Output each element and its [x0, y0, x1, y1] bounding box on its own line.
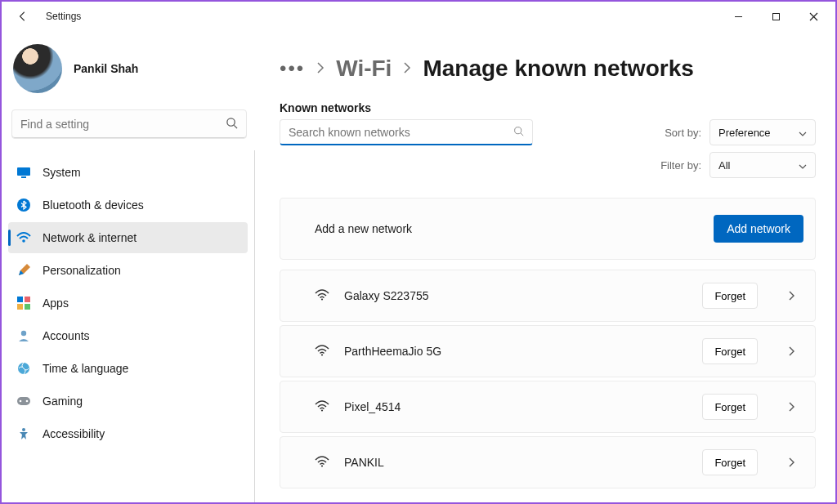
svg-point-16	[26, 400, 29, 403]
chevron-right-icon[interactable]	[781, 291, 803, 301]
network-name: PANKIL	[344, 456, 384, 469]
nav-item-personalization[interactable]: Personalization	[8, 255, 248, 286]
system-icon	[16, 165, 31, 180]
add-network-card: Add a new network Add network	[280, 198, 816, 260]
maximize-button[interactable]	[757, 3, 794, 29]
title-bar: Settings	[2, 2, 835, 31]
nav-item-network[interactable]: Network & internet	[8, 222, 248, 253]
svg-point-17	[22, 428, 25, 431]
add-network-label: Add a new network	[315, 222, 412, 235]
network-search-input[interactable]	[289, 126, 507, 139]
svg-point-2	[227, 118, 235, 126]
personalization-icon	[16, 263, 31, 278]
nav-item-accessibility[interactable]: Accessibility	[8, 418, 248, 449]
close-button[interactable]	[794, 3, 832, 29]
chevron-right-icon[interactable]	[781, 346, 803, 356]
sort-by-dropdown[interactable]: Preference	[709, 119, 816, 145]
chevron-down-icon	[799, 159, 807, 172]
forget-button[interactable]: Forget	[702, 338, 758, 364]
svg-point-22	[321, 409, 323, 411]
forget-button[interactable]: Forget	[702, 449, 758, 475]
settings-search[interactable]	[11, 109, 247, 139]
nav-item-time[interactable]: Time & language	[8, 353, 248, 384]
nav-item-accounts[interactable]: Accounts	[8, 320, 248, 351]
search-icon	[513, 126, 524, 139]
svg-rect-4	[17, 167, 30, 176]
network-name: Galaxy S223755	[344, 289, 429, 302]
svg-point-7	[22, 239, 25, 243]
chevron-right-icon	[316, 62, 325, 76]
search-icon	[226, 117, 238, 132]
forget-button[interactable]: Forget	[702, 394, 758, 420]
svg-point-23	[321, 465, 323, 466]
breadcrumb-wifi[interactable]: Wi-Fi	[336, 56, 392, 82]
network-row[interactable]: Galaxy S223755 Forget	[280, 270, 816, 322]
svg-point-21	[321, 354, 323, 355]
wifi-icon	[315, 456, 329, 470]
svg-point-15	[20, 400, 22, 403]
svg-line-3	[234, 125, 237, 128]
gaming-icon	[16, 394, 31, 408]
network-row[interactable]: Pixel_4514 Forget	[280, 381, 816, 433]
breadcrumb-current: Manage known networks	[423, 56, 693, 82]
settings-search-input[interactable]	[20, 118, 219, 131]
network-name: ParthHeemaJio 5G	[344, 345, 441, 358]
window-title: Settings	[46, 11, 81, 22]
filter-by-dropdown[interactable]: All	[709, 152, 816, 178]
chevron-right-icon	[403, 62, 411, 76]
svg-line-19	[521, 132, 523, 135]
svg-rect-10	[17, 304, 23, 310]
profile-block[interactable]: Pankil Shah	[2, 39, 257, 103]
svg-point-18	[515, 127, 521, 133]
user-name: Pankil Shah	[74, 62, 138, 75]
nav-list: System Bluetooth & devices Network & int…	[2, 150, 255, 502]
sort-by-label: Sort by:	[665, 127, 701, 139]
chevron-right-icon[interactable]	[781, 402, 803, 412]
svg-rect-5	[21, 176, 26, 178]
svg-rect-14	[17, 397, 30, 405]
main-content: ••• Wi-Fi Manage known networks Known ne…	[257, 31, 835, 502]
network-icon	[16, 230, 31, 245]
filter-by-label: Filter by:	[660, 159, 701, 172]
nav-item-gaming[interactable]: Gaming	[8, 386, 248, 417]
breadcrumb: ••• Wi-Fi Manage known networks	[280, 56, 816, 82]
back-button[interactable]	[11, 5, 34, 28]
accounts-icon	[16, 328, 31, 343]
svg-rect-11	[25, 304, 30, 310]
svg-rect-1	[772, 13, 779, 20]
wifi-icon	[315, 400, 329, 414]
add-network-button[interactable]: Add network	[714, 215, 803, 243]
nav-item-system[interactable]: System	[8, 157, 248, 188]
network-name: Pixel_4514	[344, 400, 401, 413]
apps-icon	[16, 296, 31, 310]
forget-button[interactable]: Forget	[702, 283, 758, 309]
wifi-icon	[315, 345, 329, 359]
accessibility-icon	[16, 426, 31, 441]
time-icon	[16, 361, 31, 376]
network-row[interactable]: PANKIL Forget	[280, 436, 816, 488]
chevron-down-icon	[799, 127, 807, 139]
nav-item-bluetooth[interactable]: Bluetooth & devices	[8, 190, 248, 221]
bluetooth-icon	[16, 198, 31, 212]
avatar	[13, 44, 62, 93]
sidebar: Pankil Shah System	[2, 31, 257, 502]
network-search[interactable]	[280, 119, 533, 145]
network-row[interactable]: ParthHeemaJio 5G Forget	[280, 325, 816, 377]
breadcrumb-more-icon[interactable]: •••	[280, 57, 305, 80]
section-title: Known networks	[280, 101, 371, 114]
wifi-icon	[315, 289, 329, 303]
svg-point-20	[321, 298, 323, 300]
svg-rect-9	[25, 297, 30, 302]
chevron-right-icon[interactable]	[781, 457, 803, 467]
svg-point-12	[21, 331, 26, 336]
minimize-button[interactable]	[719, 3, 757, 29]
nav-item-apps[interactable]: Apps	[8, 288, 248, 319]
svg-rect-8	[17, 297, 23, 302]
